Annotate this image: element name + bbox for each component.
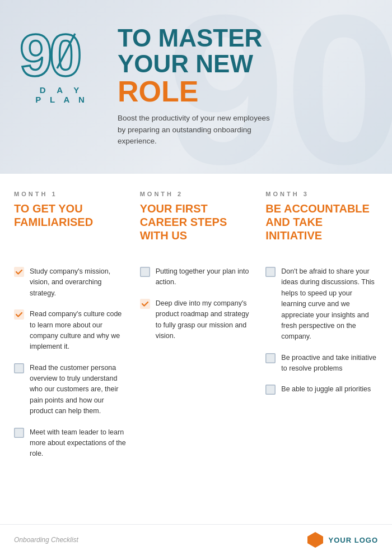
logo-90-container: 9 0 D A Y P L A N xyxy=(17,22,106,104)
main-content: MONTH 1 TO GET YOU FAMILIARISED Study co… xyxy=(0,174,392,481)
list-item: Read the customer persona overview to tr… xyxy=(14,363,127,417)
svg-rect-5 xyxy=(14,363,24,373)
checkbox-empty-icon xyxy=(140,267,150,277)
footer-logo-text: YOUR LOGO xyxy=(329,536,378,544)
logo-90-circle: 9 0 xyxy=(17,22,90,84)
svg-rect-7 xyxy=(14,428,24,438)
list-item: Meet with team leader to learn more abou… xyxy=(14,427,127,460)
svg-rect-3 xyxy=(14,267,24,277)
list-item: Don't be afraid to share your ideas duri… xyxy=(265,266,378,343)
month2-label: MONTH 2 xyxy=(140,191,253,197)
list-item: Be proactive and take initiative to reso… xyxy=(265,353,378,374)
list-item: Be able to juggle all priorities xyxy=(265,384,378,395)
checkmark-icon xyxy=(14,267,24,277)
item-text: Putting together your plan into action. xyxy=(156,266,253,288)
item-text: Read the customer persona overview to tr… xyxy=(30,363,127,417)
month1-title: TO GET YOU FAMILIARISED xyxy=(14,202,127,252)
item-text: Study company's mission, vision, and ove… xyxy=(30,266,127,299)
item-text: Don't be afraid to share your ideas duri… xyxy=(281,266,378,343)
svg-rect-12 xyxy=(265,267,276,277)
checkmark-icon xyxy=(140,299,150,309)
month2-title: YOUR FIRST CAREER STEPS WITH US xyxy=(140,202,253,252)
item-text: Be proactive and take initiative to reso… xyxy=(281,353,378,374)
checkmark-icon xyxy=(14,309,24,320)
checkbox-empty-icon xyxy=(14,428,24,438)
header-text-block: TO MASTER YOUR NEW ROLE Boost the produc… xyxy=(118,25,274,147)
svg-marker-18 xyxy=(307,532,323,548)
list-item: Read company's culture code to learn mor… xyxy=(14,309,127,353)
checkbox-empty-icon xyxy=(14,363,24,373)
svg-rect-9 xyxy=(140,267,150,277)
column-month2: MONTH 2 YOUR FIRST CAREER STEPS WITH US … xyxy=(133,191,259,470)
logo-plan-text: P L A N xyxy=(17,95,106,104)
footer: Onboarding Checklist YOUR LOGO xyxy=(0,524,392,555)
logo-day-text: D A Y xyxy=(17,85,106,95)
header-subtitle: Boost the productivity of your new emplo… xyxy=(118,113,274,147)
footer-label: Onboarding Checklist xyxy=(14,536,78,544)
header-title-line1: TO MASTER YOUR NEW xyxy=(118,25,274,77)
list-item: Putting together your plan into action. xyxy=(140,266,253,288)
item-text: Deep dive into my company's product road… xyxy=(156,298,253,342)
footer-logo-block: YOUR LOGO xyxy=(306,531,378,549)
company-logo-icon xyxy=(306,531,324,549)
logo-day-plan: D A Y P L A N xyxy=(17,85,106,104)
svg-rect-4 xyxy=(14,309,24,320)
item-text: Read company's culture code to learn mor… xyxy=(30,309,127,353)
checkbox-empty-icon xyxy=(265,267,276,277)
list-item: Deep dive into my company's product road… xyxy=(140,298,253,342)
column-month1: MONTH 1 TO GET YOU FAMILIARISED Study co… xyxy=(14,191,133,470)
month1-label: MONTH 1 xyxy=(14,191,127,197)
column-month3: MONTH 3 BE ACCOUNTABLE AND TAKE INITIATI… xyxy=(259,191,378,470)
item-text: Be able to juggle all priorities xyxy=(281,384,371,395)
svg-rect-11 xyxy=(140,299,150,309)
month3-title: BE ACCOUNTABLE AND TAKE INITIATIVE xyxy=(265,202,378,252)
svg-rect-16 xyxy=(265,385,276,395)
header-title-role: ROLE xyxy=(118,77,274,106)
month3-label: MONTH 3 xyxy=(265,191,378,197)
svg-text:9: 9 xyxy=(20,22,52,84)
svg-rect-14 xyxy=(265,353,276,363)
checkbox-empty-icon xyxy=(265,385,276,395)
checkbox-empty-icon xyxy=(265,353,276,363)
list-item: Study company's mission, vision, and ove… xyxy=(14,266,127,299)
header-section: 90 9 0 D A Y P L A N TO MASTER YOUR NEW … xyxy=(0,0,392,174)
item-text: Meet with team leader to learn more abou… xyxy=(30,427,127,460)
